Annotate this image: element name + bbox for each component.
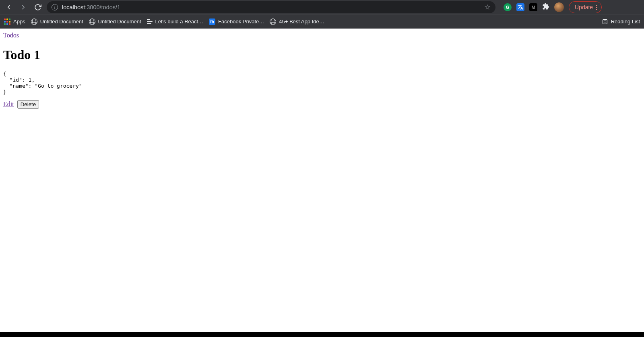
bookmark-item[interactable]: Let's build a React… xyxy=(147,18,204,25)
bookmarks-bar: Apps Untitled Document Untitled Document… xyxy=(0,14,644,28)
extension-icons: G M Update xyxy=(504,1,602,13)
globe-icon xyxy=(270,18,276,25)
reading-list-button[interactable]: Reading List xyxy=(602,18,640,25)
facebook-icon: fb xyxy=(209,18,215,25)
address-bar[interactable]: i localhost:3000/todos/1 ☆ xyxy=(47,1,495,13)
page-viewport: Todos Todo 1 { "id": 1, "name": "Go to g… xyxy=(0,29,644,332)
todo-json-dump: { "id": 1, "name": "Go to grocery" } xyxy=(3,71,641,95)
forward-button[interactable] xyxy=(18,2,29,13)
bookmark-star-icon[interactable]: ☆ xyxy=(484,3,491,12)
extensions-menu-icon[interactable] xyxy=(542,3,549,12)
back-button[interactable] xyxy=(3,2,14,13)
apps-grid-icon xyxy=(4,18,10,25)
reading-list-label: Reading List xyxy=(611,18,640,25)
update-label: Update xyxy=(575,4,593,10)
reading-list-icon xyxy=(602,18,608,25)
bottom-bar xyxy=(0,332,644,337)
actions-row: Edit Delete xyxy=(3,100,641,109)
apps-label: Apps xyxy=(13,18,25,25)
bookmark-item[interactable]: Untitled Document xyxy=(31,18,83,25)
bookmark-item[interactable]: fb Facebook Private… xyxy=(209,18,264,25)
browser-chrome: i localhost:3000/todos/1 ☆ G M Update xyxy=(0,0,644,29)
bookmark-item[interactable]: Untitled Document xyxy=(89,18,141,25)
page-body: Todos Todo 1 { "id": 1, "name": "Go to g… xyxy=(3,32,641,109)
delete-button[interactable]: Delete xyxy=(17,100,39,109)
list-icon xyxy=(147,19,153,24)
globe-icon xyxy=(31,18,37,25)
edit-link[interactable]: Edit xyxy=(3,101,14,108)
toolbar-row: i localhost:3000/todos/1 ☆ G M Update xyxy=(0,0,644,14)
google-translate-extension-icon[interactable] xyxy=(516,3,524,11)
bookmark-label: Untitled Document xyxy=(40,18,83,25)
todos-link[interactable]: Todos xyxy=(3,32,19,39)
medium-extension-icon[interactable]: M xyxy=(529,3,537,11)
site-info-icon[interactable]: i xyxy=(52,4,58,10)
page-title: Todo 1 xyxy=(3,47,641,62)
bookmark-label: 45+ Best App Ide… xyxy=(279,18,324,25)
bookmark-label: Untitled Document xyxy=(98,18,141,25)
globe-icon xyxy=(89,18,95,25)
apps-shortcut[interactable]: Apps xyxy=(4,18,25,25)
bookmark-label: Let's build a React… xyxy=(155,18,204,25)
bookmark-item[interactable]: 45+ Best App Ide… xyxy=(270,18,324,25)
reload-button[interactable] xyxy=(32,2,43,13)
profile-avatar-icon[interactable] xyxy=(554,2,564,12)
update-button[interactable]: Update xyxy=(569,1,602,13)
browser-menu-icon[interactable] xyxy=(596,5,597,10)
bookmark-label: Facebook Private… xyxy=(218,18,264,25)
bookmarks-divider xyxy=(596,18,596,26)
grammarly-extension-icon[interactable]: G xyxy=(504,3,512,11)
address-text: localhost:3000/todos/1 xyxy=(62,4,480,10)
